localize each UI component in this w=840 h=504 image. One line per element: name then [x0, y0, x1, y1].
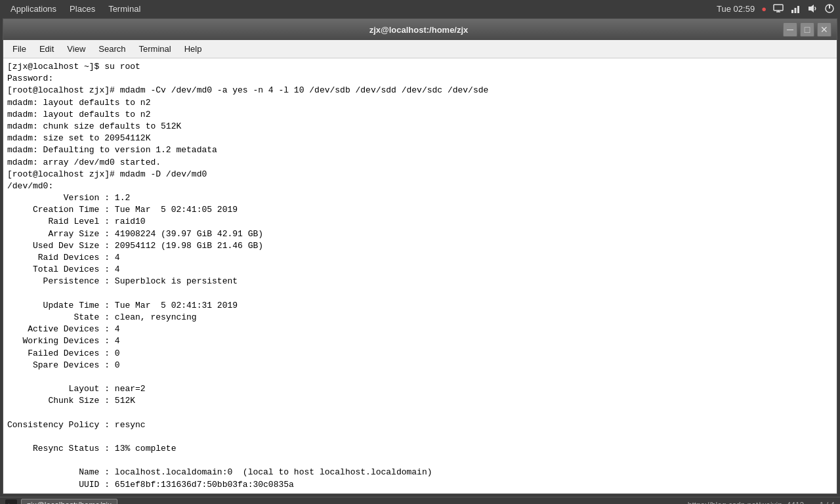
menu-search[interactable]: Search: [92, 41, 132, 56]
menu-edit[interactable]: Edit: [33, 41, 60, 56]
volume-icon[interactable]: [807, 3, 818, 14]
terminal-output[interactable]: [zjx@localhost ~]$ su root Password: [ro…: [3, 58, 837, 494]
svg-marker-6: [808, 5, 814, 12]
maximize-button[interactable]: □: [800, 22, 814, 37]
svg-rect-0: [774, 5, 783, 10]
status-bar-left: ▶ zjx@localhost:/home/zjx: [5, 499, 117, 504]
status-bar: ▶ zjx@localhost:/home/zjx https://blog.c…: [0, 497, 840, 504]
close-button[interactable]: ✕: [817, 22, 831, 37]
page-indicator: 1 / 4: [820, 501, 835, 504]
menu-view[interactable]: View: [60, 41, 92, 56]
network-icon[interactable]: [790, 3, 801, 14]
minimize-button[interactable]: ─: [783, 22, 797, 37]
top-bar-right: Tue 02:59 ●: [717, 3, 835, 14]
taskbar-terminal-item[interactable]: zjx@localhost:/home/zjx: [21, 499, 117, 504]
display-icon[interactable]: [773, 3, 784, 14]
window-controls: ─ □ ✕: [783, 22, 831, 37]
record-indicator: ●: [761, 4, 766, 14]
menu-file[interactable]: File: [6, 41, 33, 56]
title-bar: zjx@localhost:/home/zjx ─ □ ✕: [3, 19, 837, 40]
menu-terminal[interactable]: Terminal: [133, 41, 178, 56]
applications-menu[interactable]: Applications: [5, 4, 62, 14]
top-bar-left: Applications Places Terminal: [5, 4, 146, 14]
svg-rect-4: [795, 8, 797, 13]
svg-rect-5: [797, 6, 799, 13]
menu-bar: File Edit View Search Terminal Help: [3, 40, 837, 58]
status-bar-right: https://blog.csdn.net/weixin_4412... 1 /…: [688, 501, 835, 504]
window-title: zjx@localhost:/home/zjx: [54, 25, 783, 35]
menu-help[interactable]: Help: [178, 41, 209, 56]
url-display: https://blog.csdn.net/weixin_4412...: [688, 501, 810, 504]
datetime-display: Tue 02:59: [717, 4, 755, 14]
top-system-bar: Applications Places Terminal Tue 02:59 ●: [0, 0, 840, 17]
power-icon[interactable]: [824, 3, 835, 14]
terminal-taskbar-icon: ▶: [5, 499, 17, 504]
terminal-appmenu[interactable]: Terminal: [103, 4, 146, 14]
svg-rect-3: [791, 10, 793, 13]
terminal-window: zjx@localhost:/home/zjx ─ □ ✕ File Edit …: [3, 18, 837, 494]
places-menu[interactable]: Places: [64, 4, 100, 14]
